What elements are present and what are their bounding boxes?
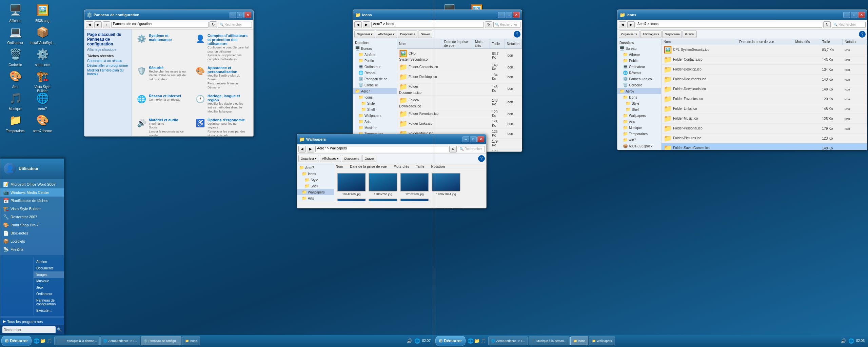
ew-refresh-button[interactable]: ↻ <box>449 146 457 152</box>
desktop-icon-temporaires[interactable]: 📁 Temporaires <box>2 112 29 133</box>
tree-item-ordinateur[interactable]: 💻Ordinateur <box>353 64 397 70</box>
eir-tree-public[interactable]: 📁Public <box>617 58 661 64</box>
eir-col-date[interactable]: Date de la prise de vue <box>737 39 793 45</box>
eir-graver-button[interactable]: Graver <box>683 30 697 38</box>
desktop-icon-arts[interactable]: 🎨 Arts <box>2 68 29 89</box>
eir-close-button[interactable]: ✕ <box>858 12 865 18</box>
eir-tree-arts[interactable]: 📁Arts <box>617 119 661 125</box>
eir-tree-panneau[interactable]: ⚙️Panneau de co... <box>617 76 661 82</box>
start-button-right[interactable]: ⊞ Démarrer <box>435 336 466 346</box>
eir-tree-icons[interactable]: 📁Icons <box>617 94 661 100</box>
explorer-icon-right[interactable]: 📁 <box>474 338 480 344</box>
eir-forward-button[interactable]: ▶ <box>627 21 635 28</box>
eir-help-button[interactable]: ? <box>859 31 866 38</box>
eir-search-field[interactable]: 🔍 Rechercher <box>832 22 866 28</box>
volume-icon-right[interactable]: 🔊 <box>841 338 846 344</box>
desktop-icon-aero7[interactable]: 🌐 Aero7 <box>29 90 56 111</box>
table-row[interactable]: 📁Folder-Links.ico148 KoIcon <box>397 119 522 129</box>
start-item-musique[interactable]: Musique <box>34 278 64 284</box>
start-item-restorator[interactable]: 🔧 Restorator 2007 <box>0 213 64 221</box>
eir-diaporama-button[interactable]: Diaporama <box>662 30 682 38</box>
ei-graver-button[interactable]: Graver <box>418 30 432 38</box>
table-row[interactable]: 🖼️CPL-SystemSecurity.ico83,7 KoIcon <box>662 45 867 55</box>
up-button[interactable]: ↑ <box>103 21 110 28</box>
eir-col-motscles[interactable]: Mots-clés <box>793 39 820 45</box>
start-search-input[interactable] <box>2 326 56 333</box>
col-date[interactable]: Date de la prise de vue <box>442 39 473 49</box>
refresh-button[interactable]: ↻ <box>210 21 217 28</box>
table-row[interactable]: 📁Folder-Contacts.ico143 KoIcon <box>662 55 867 65</box>
table-row[interactable]: 🖼️CPL-SystemSecurity.ico83,7 KoIcon <box>397 49 522 62</box>
eir-maximize-button[interactable]: □ <box>851 12 857 18</box>
eir-tree-win7[interactable]: 📁win7 <box>617 137 661 143</box>
explorer-icon[interactable]: 📁 <box>40 338 46 344</box>
network-tray-icon-right[interactable]: 🌐 <box>848 338 854 344</box>
ie-icon[interactable]: 🌐 <box>34 338 39 344</box>
taskbar-btn-icons2[interactable]: 📁 Icons <box>570 336 589 345</box>
media-icon[interactable]: 🎵 <box>46 338 52 344</box>
wallpaper-item-7[interactable]: 1920x1200.jpg <box>400 199 429 201</box>
table-row[interactable]: 📁Folder-Pictures.ico123 Ko <box>662 134 867 143</box>
eir-tree-athene[interactable]: 📁Athène <box>617 52 661 58</box>
ei-address-input[interactable]: Aero7 > Icons <box>371 22 484 28</box>
table-row[interactable]: 📁Folder-Favorites.ico120 KoIcon <box>397 109 522 119</box>
eir-refresh-button[interactable]: ↻ <box>823 21 831 28</box>
ew-tree-aero7[interactable]: 📁Aero7 <box>297 165 334 171</box>
wallpaper-item-6[interactable]: 1600x1200.jpg <box>369 199 397 201</box>
eir-address-input[interactable]: Aero7 > Icons <box>636 22 822 28</box>
eir-affichages-button[interactable]: Affichages ▾ <box>640 30 662 38</box>
tree-item-shell[interactable]: 📁Shell <box>353 106 397 113</box>
start-button[interactable]: ⊞ Démarrer <box>1 336 32 346</box>
desktop-icon-corbeille[interactable]: 🗑️ Corbeille <box>2 46 29 67</box>
table-row[interactable]: 📁Folder-Downloads.ico148 KoIcon <box>662 84 867 94</box>
start-item-documents[interactable]: Documents <box>34 265 64 271</box>
ew-tree-wallpapers[interactable]: 📁Wallpapers <box>297 189 334 195</box>
ew-tree-icons[interactable]: 📁Icons <box>297 171 334 177</box>
taskbar-btn-aeroxperience[interactable]: 🌐 AeroXperience -> T... <box>100 336 140 345</box>
close-button[interactable]: ✕ <box>244 12 251 18</box>
ew-maximize-button[interactable]: □ <box>470 136 477 142</box>
desktop-icon-musique[interactable]: 🎵 Musique <box>2 90 29 111</box>
taskbar-btn-icons[interactable]: 📁 Icons <box>182 336 200 345</box>
start-item-executer[interactable]: Exécuter... <box>34 307 64 314</box>
table-row[interactable]: 📁Folder-SavedGames.ico148 Ko <box>662 143 867 150</box>
ei-affichages-button[interactable]: Affichages ▾ <box>376 30 397 38</box>
start-item-word[interactable]: 📝 Microsoft Office Word 2007 <box>0 180 64 188</box>
ew-address-input[interactable]: Aero7 > Wallpapers <box>315 146 448 152</box>
tree-item-public[interactable]: 📁Public <box>353 58 397 64</box>
ie-icon-right[interactable]: 🌐 <box>468 338 473 344</box>
ew-forward-button[interactable]: ▶ <box>307 146 314 152</box>
tree-item-reseau[interactable]: 🌐Réseau <box>353 70 397 76</box>
table-row[interactable]: 📁Folder-Documents.ico143 KoIcon <box>662 75 867 84</box>
ei-search-field[interactable]: 🔍 Rechercher <box>493 22 520 28</box>
ew-back-button[interactable]: ◀ <box>298 146 306 152</box>
start-item-blocnotes[interactable]: 📄 Bloc-notes <box>0 229 64 237</box>
minimize-button[interactable]: ─ <box>230 12 236 18</box>
ew-organiser-button[interactable]: Organiser ▾ <box>298 155 319 162</box>
tree-item-icons[interactable]: 📁Icons <box>353 94 397 100</box>
eir-col-taille[interactable]: Taille <box>820 39 843 45</box>
taskbar-btn-aeroxperience2[interactable]: 🌐 AeroXperience -> T... <box>488 336 528 345</box>
ew-minimize-button[interactable]: ─ <box>462 136 469 142</box>
ei-diaporama-button[interactable]: Diaporama <box>398 30 417 38</box>
address-input[interactable]: Panneau de configuration <box>111 22 209 28</box>
cp-task-connexion[interactable]: Connexion à un réseau <box>87 59 129 63</box>
tree-item-wallpapers[interactable]: 📁Wallpapers <box>353 113 397 119</box>
eir-tree-wallpapers[interactable]: 📁Wallpapers <box>617 113 661 119</box>
start-item-filezilla[interactable]: 📡 FileZilla <box>0 245 64 253</box>
start-item-logiciels[interactable]: 📦 Logiciels <box>0 237 64 245</box>
taskbar-btn-musique2[interactable]: 🎵 Musique à la deman... <box>529 336 570 345</box>
table-row[interactable]: 📁Folder-Downloads.ico148 KoIcon <box>397 96 522 109</box>
tree-item-aero7[interactable]: 📁Aero7 <box>353 88 397 94</box>
media-icon-right[interactable]: 🎵 <box>480 338 486 344</box>
eir-col-nom[interactable]: Nom <box>662 39 737 45</box>
network-tray-icon[interactable]: 🌐 <box>414 338 420 344</box>
ei-close-button[interactable]: ✕ <box>513 12 520 18</box>
ei-minimize-button[interactable]: ─ <box>498 12 505 18</box>
cp-item-materiel[interactable]: 🔊 Matériel et audio ImprimanteSourisLanc… <box>135 117 192 136</box>
start-item-jeux[interactable]: Jeux <box>34 284 64 291</box>
table-row[interactable]: 📁Folder-Documents.ico143 KoIcon <box>397 82 522 96</box>
desktop-icon-aero7theme[interactable]: 🎨 aero7.theme <box>29 112 56 133</box>
wallpaper-item-5[interactable]: 1440x900.jpg <box>337 199 366 201</box>
eir-col-notation[interactable]: Notation <box>843 39 867 45</box>
